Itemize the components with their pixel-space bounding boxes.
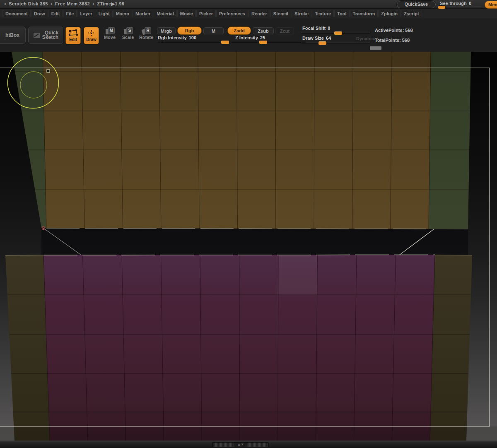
edit-button[interactable]: Edit [65,27,81,44]
rgb-button[interactable]: Rgb [177,26,202,35]
m-button[interactable]: M [203,27,224,34]
scale-icon: S [124,27,132,35]
draw-button[interactable]: Draw [84,27,99,44]
total-points-readout: TotalPoints: 568 [375,38,410,43]
menu-material[interactable]: Material [154,10,177,17]
bottom-plane-right-olive-strip [430,255,472,441]
top-plane-mesh [12,52,471,229]
menu-zscript[interactable]: Zscript [401,10,422,17]
draw-size-slider-handle[interactable] [318,41,327,45]
lightbox-button[interactable]: htBox [0,26,26,44]
move-button[interactable]: M Move [102,27,118,44]
menu-marker[interactable]: Marker [133,10,153,17]
tray-divider-handle[interactable]: ▲▼ [212,442,269,447]
menu-button[interactable]: Menu [485,1,497,9]
menu-macro[interactable]: Macro [113,10,132,17]
quicksave-button[interactable]: QuickSave [397,1,436,8]
z-intensity-label: Z Intensity25 [235,35,265,40]
bottom-plane-mesh [5,255,472,441]
menu-layer[interactable]: Layer [77,10,95,17]
bullet-icon: ● [92,2,94,6]
rotate-label: Rotate [139,35,153,40]
lightbox-label: htBox [5,32,19,38]
plane-fold-gap [41,228,468,255]
see-through-value: 0 [469,1,471,6]
z-intensity-slider-handle[interactable] [259,40,268,44]
bottom-plane-top-edge-highlight [43,255,435,255]
shelf-scrollbar-handle[interactable] [370,46,381,50]
menu-transform[interactable]: Transform [350,10,378,17]
move-icon: M [106,27,114,35]
status-readout: ●Scratch Disk 385●Free Mem 3682●ZTime▶1.… [2,1,124,7]
ztime-status: ZTime▶1.98 [97,1,124,6]
document-canvas[interactable] [0,52,497,441]
menu-stroke[interactable]: Stroke [292,10,311,17]
menu-light[interactable]: Light [96,10,113,17]
quick-sketch-label: QuickSketch [42,31,58,40]
free-mem-status: Free Mem 3682 [55,1,90,6]
zcut-button[interactable]: Zcut [275,27,294,34]
zsub-button[interactable]: Zsub [253,27,274,34]
bullet-icon: ● [4,2,6,6]
draw-label: Draw [86,37,96,42]
rotate-icon: R [142,27,150,35]
active-points-readout: ActivePoints: 568 [375,28,413,33]
rotate-button[interactable]: R Rotate [138,27,154,44]
up-arrow-icon: ▲ [237,443,241,446]
zadd-button[interactable]: Zadd [227,26,251,35]
menu-movie[interactable]: Movie [177,10,196,17]
menu-bar: Document Draw Edit File Layer Light Macr… [0,9,497,19]
title-bar: ●Scratch Disk 385●Free Mem 3682●ZTime▶1.… [0,0,497,9]
pivot-marker [42,227,45,230]
pencil-icon [33,32,40,39]
menu-zplugin[interactable]: Zplugin [378,10,400,17]
down-arrow-icon: ▼ [241,443,244,446]
focal-shift-label: Focal Shift0 [302,26,330,31]
bullet-icon: ● [51,2,53,6]
rgb-intensity-slider[interactable] [157,42,229,43]
quick-sketch-button[interactable]: QuickSketch [28,26,63,44]
menu-document[interactable]: Document [2,10,31,17]
menu-tool[interactable]: Tool [334,10,349,17]
top-shelf-toolbar: htBox QuickSketch Edit [0,19,497,52]
move-label: Move [104,35,116,40]
draw-size-slider[interactable] [301,43,370,43]
menu-edit[interactable]: Edit [48,10,63,17]
dynamic-label: Dynamic [356,36,375,41]
scratch-disk-status: Scratch Disk 385 [9,1,48,6]
draw-size-label: Draw Size64 [302,36,331,41]
scale-label: Scale [122,35,134,40]
z-intensity-slider[interactable] [230,42,306,43]
rgb-intensity-label: Rgb Intensity100 [158,35,196,40]
edit-transpose-icon [68,29,78,36]
top-plane-right-green-strip [429,52,471,229]
menu-stencil[interactable]: Stencil [270,10,291,17]
bottom-tray-bar: ▲▼ [0,441,497,448]
tray-toggle-arrows[interactable]: ▲▼ [234,443,247,447]
rgb-intensity-slider-handle[interactable] [221,40,229,44]
scale-button[interactable]: S Scale [120,27,136,44]
edit-label: Edit [69,37,77,42]
menu-preferences[interactable]: Preferences [216,10,248,17]
draw-crosshair-icon [87,29,96,36]
menu-picker[interactable]: Picker [196,10,216,17]
outside-document-top-dim [0,52,497,68]
canvas-area [0,52,497,441]
menu-texture[interactable]: Texture [312,10,334,17]
menu-draw[interactable]: Draw [31,10,48,17]
outside-document-bottom-dim [0,426,497,441]
zbrush-app: ●Scratch Disk 385●Free Mem 3682●ZTime▶1.… [0,0,497,448]
cursor-point-square [47,70,50,72]
mrgb-button[interactable]: Mrgb [157,27,176,34]
bottom-plane-light-patch [277,255,317,295]
menu-file[interactable]: File [63,10,77,17]
menu-render[interactable]: Render [248,10,270,17]
focal-shift-slider-handle[interactable] [334,31,343,35]
